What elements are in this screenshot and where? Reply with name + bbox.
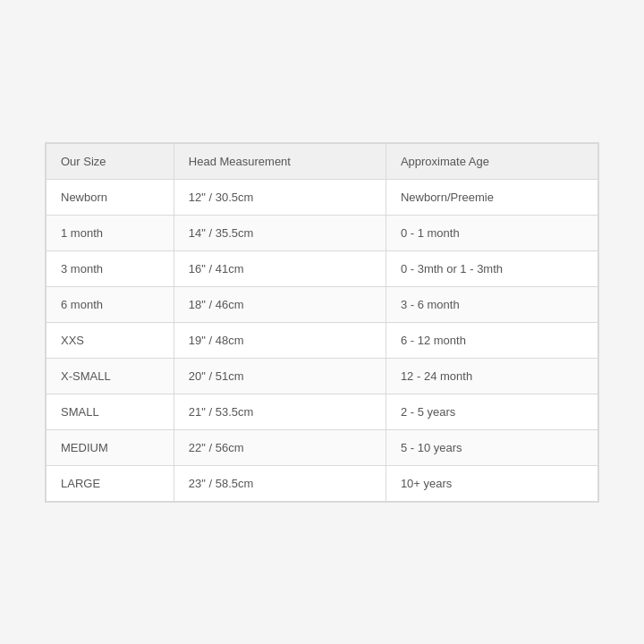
cell-measurement: 23" / 58.5cm <box>174 465 386 501</box>
cell-size: LARGE <box>47 465 174 501</box>
cell-age: Newborn/Preemie <box>386 179 597 215</box>
size-chart-table: Our Size Head Measurement Approximate Ag… <box>46 143 598 502</box>
cell-age: 3 - 6 month <box>386 286 597 322</box>
table-row: 1 month14" / 35.5cm0 - 1 month <box>47 215 598 250</box>
header-our-size: Our Size <box>47 143 174 179</box>
table-row: XXS19" / 48cm6 - 12 month <box>47 322 598 358</box>
cell-size: 3 month <box>47 250 174 286</box>
cell-size: XXS <box>47 322 174 358</box>
cell-measurement: 21" / 53.5cm <box>174 394 386 429</box>
cell-size: X-SMALL <box>47 358 174 394</box>
cell-measurement: 16" / 41cm <box>174 250 386 286</box>
cell-measurement: 12" / 30.5cm <box>174 179 386 215</box>
cell-size: SMALL <box>47 394 174 429</box>
table-header-row: Our Size Head Measurement Approximate Ag… <box>47 143 598 179</box>
cell-age: 2 - 5 years <box>386 394 597 429</box>
cell-size: Newborn <box>47 179 174 215</box>
cell-age: 0 - 1 month <box>386 215 597 250</box>
header-approximate-age: Approximate Age <box>386 143 597 179</box>
table-row: 3 month16" / 41cm0 - 3mth or 1 - 3mth <box>47 250 598 286</box>
cell-measurement: 22" / 56cm <box>174 429 386 465</box>
table-row: SMALL21" / 53.5cm2 - 5 years <box>47 394 598 429</box>
table-row: Newborn12" / 30.5cmNewborn/Preemie <box>47 179 598 215</box>
cell-measurement: 18" / 46cm <box>174 286 386 322</box>
cell-age: 6 - 12 month <box>386 322 597 358</box>
cell-measurement: 20" / 51cm <box>174 358 386 394</box>
cell-age: 10+ years <box>386 465 597 501</box>
cell-age: 0 - 3mth or 1 - 3mth <box>386 250 597 286</box>
cell-size: 6 month <box>47 286 174 322</box>
cell-age: 5 - 10 years <box>386 429 597 465</box>
cell-size: MEDIUM <box>47 429 174 465</box>
cell-age: 12 - 24 month <box>386 358 597 394</box>
table-row: X-SMALL20" / 51cm12 - 24 month <box>47 358 598 394</box>
table-row: 6 month18" / 46cm3 - 6 month <box>47 286 598 322</box>
cell-size: 1 month <box>47 215 174 250</box>
page-container: Our Size Head Measurement Approximate Ag… <box>0 0 644 644</box>
header-head-measurement: Head Measurement <box>174 143 386 179</box>
cell-measurement: 19" / 48cm <box>174 322 386 358</box>
table-row: MEDIUM22" / 56cm5 - 10 years <box>47 429 598 465</box>
size-chart-table-wrapper: Our Size Head Measurement Approximate Ag… <box>45 142 599 503</box>
cell-measurement: 14" / 35.5cm <box>174 215 386 250</box>
table-row: LARGE23" / 58.5cm10+ years <box>47 465 598 501</box>
